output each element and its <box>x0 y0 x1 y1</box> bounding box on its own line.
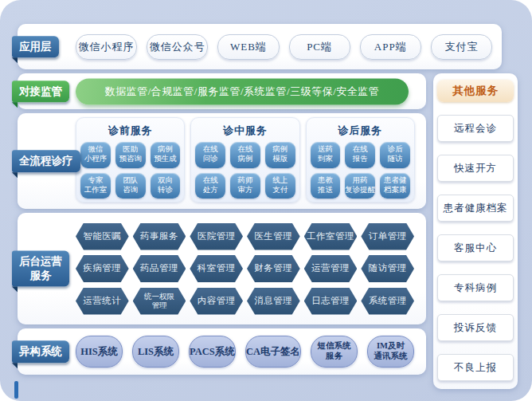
other-service-box: 专科病例 <box>437 274 514 301</box>
app-channel-pill: 支付宝 <box>431 34 492 60</box>
process-service-item: 病例模版 <box>265 142 295 168</box>
backend-module-hexagon: 系统管理 <box>361 288 414 315</box>
regulation-bar: 数据监管/合规监管/服务监管/系统监管/三级等保/安全监管 <box>76 78 409 104</box>
backend-module-hexagon: 内容管理 <box>190 288 243 315</box>
backend-row: 运营统计统一权限管理内容管理消息管理日志管理系统管理 <box>76 288 414 315</box>
section-backend: 后台运营 服务 智能医嘱药事服务医院管理医生管理工作室管理订单管理疾病管理药品管… <box>18 213 426 324</box>
other-service-box: 客服中心 <box>437 234 514 261</box>
hetero-system-pill: HIS系统 <box>76 336 123 368</box>
hetero-list: HIS系统LIS系统PACS系统CA电子签名短信系统服务IM及时通讯系统 <box>76 336 414 368</box>
process-service-item: 患者健档案康 <box>380 173 410 199</box>
backend-module-hexagon: 运营管理 <box>304 255 358 282</box>
process-service-item: 病例预生成 <box>151 142 181 168</box>
backend-module-hexagon: 药事服务 <box>133 223 186 250</box>
backend-module-hexagon: 科室管理 <box>190 255 243 282</box>
process-service-item: 在线处方 <box>195 173 225 199</box>
backend-module-hexagon: 医生管理 <box>247 223 300 250</box>
section-other-services: 其他服务 远程会诊快速开方患者健康档案客服中心专科病例投诉反馈不良上报 <box>433 73 518 389</box>
process-service-item: 在线病例 <box>230 142 260 168</box>
other-service-box: 远程会诊 <box>437 115 514 142</box>
process-service-item: 双向转诊 <box>151 173 181 199</box>
hetero-system-pill: 短信系统服务 <box>311 336 358 368</box>
process-column-title: 诊中服务 <box>195 124 295 138</box>
app-channel-pill: APP端 <box>360 34 421 60</box>
hetero-system-pill: CA电子签名 <box>245 336 301 368</box>
backend-label: 后台运营 服务 <box>12 250 69 286</box>
other-services-header: 其他服务 <box>437 80 514 102</box>
backend-module-hexagon: 财务管理 <box>247 255 300 282</box>
app-channel-pill: WEB端 <box>217 34 279 60</box>
process-service-item: 线上支付 <box>265 173 295 199</box>
section-process: 全流程诊疗 诊前服务微信小程序医助预咨询病例预生成专家工作室团队咨询双向转诊诊中… <box>18 113 426 209</box>
process-service-item: 专家工作室 <box>80 173 111 199</box>
process-column-title: 诊前服务 <box>80 124 180 138</box>
process-service-item: 药师审方 <box>230 173 260 199</box>
backend-module-hexagon: 订单管理 <box>361 223 414 250</box>
hetero-label: 异构系统 <box>12 340 69 363</box>
architecture-diagram: 应用层 微信小程序微信公众号WEB端PC端APP端支付宝 对接监管 数据监管/合… <box>0 0 532 401</box>
decorative-bar <box>14 381 18 399</box>
section-regulation: 对接监管 数据监管/合规监管/服务监管/系统监管/三级等保/安全监管 <box>18 73 426 109</box>
hetero-system-pill: PACS系统 <box>189 336 236 368</box>
process-service-item: 在线问诊 <box>195 142 225 168</box>
backend-module-hexagon: 医院管理 <box>190 223 243 250</box>
process-service-item: 诊后随访 <box>380 142 410 168</box>
backend-row: 智能医嘱药事服务医院管理医生管理工作室管理订单管理 <box>76 223 414 250</box>
backend-row: 疾病管理药品管理科室管理财务管理运营管理随访管理 <box>76 255 414 282</box>
other-service-box: 快速开方 <box>437 155 514 182</box>
other-services-list: 远程会诊快速开方患者健康档案客服中心专科病例投诉反馈不良上报 <box>437 102 514 381</box>
hetero-system-pill: LIS系统 <box>132 336 179 368</box>
process-service-item: 送药到家 <box>311 142 341 168</box>
other-service-box: 患者健康档案 <box>437 195 514 222</box>
app-layer-label: 应用层 <box>12 36 59 58</box>
hetero-system-pill: IM及时通讯系统 <box>367 336 414 368</box>
backend-module-hexagon: 日志管理 <box>304 288 358 315</box>
backend-module-hexagon: 运营统计 <box>76 288 129 315</box>
backend-module-hexagon: 随访管理 <box>361 255 414 282</box>
backend-rows: 智能医嘱药事服务医院管理医生管理工作室管理订单管理疾病管理药品管理科室管理财务管… <box>76 218 414 320</box>
process-column: 诊中服务在线问诊在线病例病例模版在线处方药师审方线上支付 <box>190 117 299 202</box>
backend-module-hexagon: 工作室管理 <box>304 223 358 250</box>
process-service-item: 医助预咨询 <box>115 142 146 168</box>
process-columns: 诊前服务微信小程序医助预咨询病例预生成专家工作室团队咨询双向转诊诊中服务在线问诊… <box>76 117 415 202</box>
regulation-label: 对接监管 <box>12 81 69 103</box>
process-column-title: 诊后服务 <box>311 124 410 138</box>
process-label: 全流程诊疗 <box>12 150 80 172</box>
section-hetero: 异构系统 HIS系统LIS系统PACS系统CA电子签名短信系统服务IM及时通讯系… <box>18 328 426 375</box>
process-column: 诊后服务送药到家在线报告诊后随访患教推送用药复诊提醒患者健档案康 <box>306 117 415 202</box>
process-service-item: 患教推送 <box>311 173 341 199</box>
section-app-layer: 应用层 微信小程序微信公众号WEB端PC端APP端支付宝 <box>18 24 502 69</box>
process-service-item: 团队咨询 <box>115 173 146 199</box>
app-channel-pill: 微信小程序 <box>76 34 137 60</box>
backend-module-hexagon: 消息管理 <box>247 288 300 315</box>
app-channel-pill: 微信公众号 <box>147 34 208 60</box>
app-channel-pill: PC端 <box>289 34 350 60</box>
process-service-item: 微信小程序 <box>80 142 111 168</box>
backend-module-hexagon: 统一权限管理 <box>133 288 186 315</box>
other-service-box: 投诉反馈 <box>437 314 514 341</box>
other-service-box: 不良上报 <box>437 354 514 381</box>
backend-module-hexagon: 疾病管理 <box>76 255 129 282</box>
process-column: 诊前服务微信小程序医助预咨询病例预生成专家工作室团队咨询双向转诊 <box>76 117 185 202</box>
process-service-item: 用药复诊提醒 <box>345 173 375 199</box>
app-pill-list: 微信小程序微信公众号WEB端PC端APP端支付宝 <box>76 24 492 69</box>
process-service-item: 在线报告 <box>345 142 375 168</box>
backend-module-hexagon: 药品管理 <box>133 255 186 282</box>
backend-module-hexagon: 智能医嘱 <box>76 223 129 250</box>
